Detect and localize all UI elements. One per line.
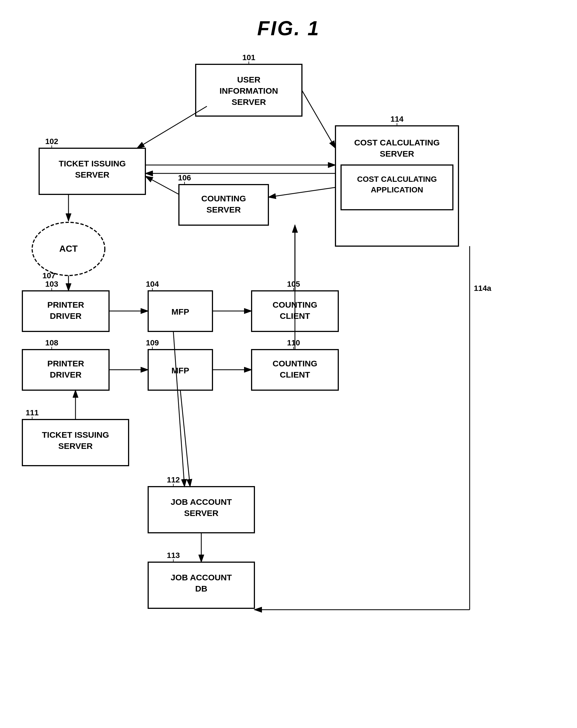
svg-text:109: 109 xyxy=(146,338,159,347)
node-job-account-db-113 xyxy=(148,562,254,608)
svg-text:106: 106 xyxy=(178,174,191,182)
svg-text:108: 108 xyxy=(45,338,58,347)
svg-line-73 xyxy=(302,90,335,148)
svg-line-79 xyxy=(268,187,335,197)
svg-text:104: 104 xyxy=(146,280,159,288)
page-title: FIG. 1 xyxy=(257,17,320,40)
node-mfp-104 xyxy=(148,291,213,332)
node-counting-server-106 xyxy=(179,185,268,225)
node-cost-calculating-application xyxy=(341,165,453,210)
node-user-information-server xyxy=(196,64,302,116)
node-act-107 xyxy=(32,210,105,263)
node-job-account-server-112 xyxy=(148,487,254,533)
node-mfp-109 xyxy=(148,349,213,390)
node-printer-driver-103 xyxy=(22,291,109,332)
node-ticket-issuing-server-102 xyxy=(39,148,145,194)
node-printer-driver-108 xyxy=(22,349,109,390)
svg-text:111: 111 xyxy=(26,408,39,417)
node-counting-client-110 xyxy=(252,349,338,390)
svg-text:114a: 114a xyxy=(474,284,491,292)
svg-text:101: 101 xyxy=(242,53,255,62)
svg-text:113: 113 xyxy=(167,551,180,560)
svg-text:102: 102 xyxy=(45,137,58,146)
svg-line-78 xyxy=(145,176,179,194)
svg-text:110: 110 xyxy=(287,338,300,347)
svg-text:103: 103 xyxy=(45,280,58,288)
svg-text:105: 105 xyxy=(287,280,300,288)
svg-text:107: 107 xyxy=(43,271,56,280)
node-ticket-issuing-server-111 xyxy=(22,419,129,466)
svg-line-87 xyxy=(180,390,190,487)
svg-text:114: 114 xyxy=(390,115,404,123)
node-counting-client-105 xyxy=(252,291,338,332)
svg-text:112: 112 xyxy=(167,475,180,484)
